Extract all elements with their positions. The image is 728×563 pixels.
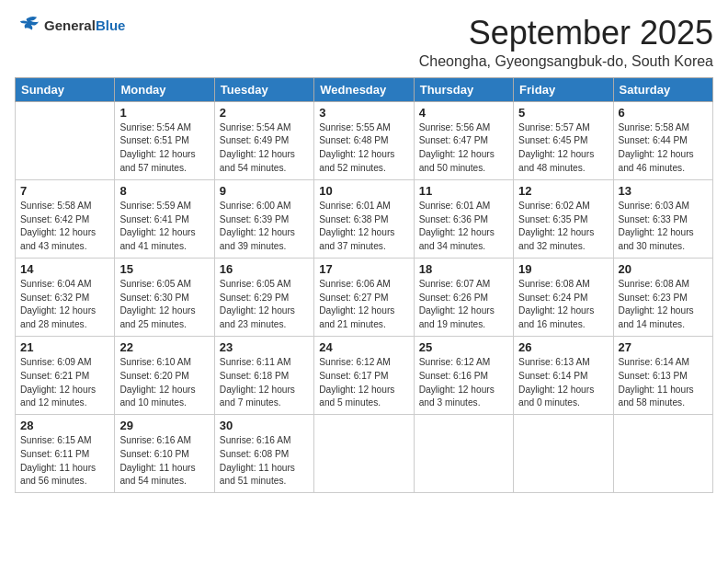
day-number: 8 [119, 184, 209, 198]
day-info: Sunrise: 6:02 AM Sunset: 6:35 PM Dayligh… [518, 200, 608, 254]
calendar-cell: 12Sunrise: 6:02 AM Sunset: 6:35 PM Dayli… [514, 179, 613, 258]
day-number: 4 [419, 106, 508, 120]
day-info: Sunrise: 5:54 AM Sunset: 6:49 PM Dayligh… [220, 121, 309, 176]
calendar-cell: 28Sunrise: 6:15 AM Sunset: 6:11 PM Dayli… [16, 415, 115, 493]
calendar-cell: 30Sunrise: 6:16 AM Sunset: 6:08 PM Dayli… [214, 415, 313, 493]
col-header-saturday: Saturday [613, 77, 712, 101]
day-info: Sunrise: 5:57 AM Sunset: 6:45 PM Dayligh… [518, 121, 608, 176]
calendar-cell: 14Sunrise: 6:04 AM Sunset: 6:32 PM Dayli… [16, 258, 115, 336]
calendar-cell: 5Sunrise: 5:57 AM Sunset: 6:45 PM Daylig… [514, 101, 613, 179]
day-number: 18 [419, 262, 508, 276]
calendar-cell: 9Sunrise: 6:00 AM Sunset: 6:39 PM Daylig… [214, 179, 313, 258]
month-title: September 2025 [419, 15, 713, 52]
calendar-cell: 25Sunrise: 6:12 AM Sunset: 6:16 PM Dayli… [414, 336, 513, 414]
day-number: 14 [20, 262, 109, 276]
day-info: Sunrise: 6:16 AM Sunset: 6:08 PM Dayligh… [220, 434, 309, 488]
col-header-monday: Monday [115, 77, 214, 101]
day-info: Sunrise: 6:09 AM Sunset: 6:21 PM Dayligh… [20, 356, 109, 410]
day-info: Sunrise: 6:05 AM Sunset: 6:30 PM Dayligh… [119, 278, 209, 332]
calendar-cell: 2Sunrise: 5:54 AM Sunset: 6:49 PM Daylig… [214, 101, 313, 179]
calendar-cell: 4Sunrise: 5:56 AM Sunset: 6:47 PM Daylig… [414, 101, 513, 179]
day-number: 9 [220, 184, 309, 198]
calendar-cell [414, 415, 513, 493]
calendar-table: SundayMondayTuesdayWednesdayThursdayFrid… [15, 77, 713, 494]
calendar-header-row: SundayMondayTuesdayWednesdayThursdayFrid… [16, 77, 713, 101]
day-number: 23 [220, 340, 309, 354]
day-number: 20 [619, 262, 708, 276]
day-number: 17 [319, 262, 408, 276]
calendar-cell [613, 415, 712, 493]
day-info: Sunrise: 5:58 AM Sunset: 6:44 PM Dayligh… [619, 121, 708, 176]
calendar-cell: 1Sunrise: 5:54 AM Sunset: 6:51 PM Daylig… [115, 101, 214, 179]
day-info: Sunrise: 6:12 AM Sunset: 6:16 PM Dayligh… [419, 356, 508, 410]
day-info: Sunrise: 6:01 AM Sunset: 6:38 PM Dayligh… [319, 200, 408, 254]
page-header: GeneralBlue September 2025 Cheongha, Gye… [15, 15, 713, 70]
calendar-cell: 26Sunrise: 6:13 AM Sunset: 6:14 PM Dayli… [514, 336, 613, 414]
day-info: Sunrise: 6:04 AM Sunset: 6:32 PM Dayligh… [20, 278, 109, 332]
calendar-cell: 18Sunrise: 6:07 AM Sunset: 6:26 PM Dayli… [414, 258, 513, 336]
day-info: Sunrise: 6:12 AM Sunset: 6:17 PM Dayligh… [319, 356, 408, 410]
day-info: Sunrise: 6:08 AM Sunset: 6:24 PM Dayligh… [518, 278, 608, 332]
calendar-cell: 24Sunrise: 6:12 AM Sunset: 6:17 PM Dayli… [314, 336, 414, 414]
calendar-cell [514, 415, 613, 493]
calendar-cell: 3Sunrise: 5:55 AM Sunset: 6:48 PM Daylig… [314, 101, 414, 179]
calendar-cell: 15Sunrise: 6:05 AM Sunset: 6:30 PM Dayli… [115, 258, 214, 336]
calendar-cell: 23Sunrise: 6:11 AM Sunset: 6:18 PM Dayli… [214, 336, 313, 414]
day-number: 12 [518, 184, 608, 198]
calendar-week-row: 14Sunrise: 6:04 AM Sunset: 6:32 PM Dayli… [16, 258, 713, 336]
calendar-cell: 17Sunrise: 6:06 AM Sunset: 6:27 PM Dayli… [314, 258, 414, 336]
day-number: 28 [20, 419, 109, 432]
day-info: Sunrise: 5:56 AM Sunset: 6:47 PM Dayligh… [419, 121, 508, 176]
calendar-cell: 19Sunrise: 6:08 AM Sunset: 6:24 PM Dayli… [514, 258, 613, 336]
day-number: 6 [619, 106, 708, 120]
day-number: 7 [20, 184, 109, 198]
calendar-week-row: 1Sunrise: 5:54 AM Sunset: 6:51 PM Daylig… [16, 101, 713, 179]
calendar-cell: 13Sunrise: 6:03 AM Sunset: 6:33 PM Dayli… [613, 179, 712, 258]
day-info: Sunrise: 6:15 AM Sunset: 6:11 PM Dayligh… [20, 434, 109, 488]
logo-blue-text: Blue [96, 17, 126, 33]
logo: GeneralBlue [15, 15, 125, 37]
calendar-cell: 21Sunrise: 6:09 AM Sunset: 6:21 PM Dayli… [16, 336, 115, 414]
day-info: Sunrise: 6:11 AM Sunset: 6:18 PM Dayligh… [220, 356, 309, 410]
logo-icon [15, 15, 40, 37]
day-info: Sunrise: 6:08 AM Sunset: 6:23 PM Dayligh… [619, 278, 708, 332]
day-info: Sunrise: 6:05 AM Sunset: 6:29 PM Dayligh… [220, 278, 309, 332]
day-number: 24 [319, 340, 408, 354]
day-number: 30 [220, 419, 309, 432]
day-number: 2 [220, 106, 309, 120]
day-number: 11 [419, 184, 508, 198]
day-info: Sunrise: 6:13 AM Sunset: 6:14 PM Dayligh… [518, 356, 608, 410]
col-header-wednesday: Wednesday [314, 77, 414, 101]
day-info: Sunrise: 6:10 AM Sunset: 6:20 PM Dayligh… [119, 356, 209, 410]
calendar-week-row: 28Sunrise: 6:15 AM Sunset: 6:11 PM Dayli… [16, 415, 713, 493]
day-number: 1 [119, 106, 209, 120]
calendar-week-row: 7Sunrise: 5:58 AM Sunset: 6:42 PM Daylig… [16, 179, 713, 258]
title-block: September 2025 Cheongha, Gyeongsangbuk-d… [419, 15, 713, 70]
day-info: Sunrise: 6:03 AM Sunset: 6:33 PM Dayligh… [619, 200, 708, 254]
day-info: Sunrise: 6:14 AM Sunset: 6:13 PM Dayligh… [619, 356, 708, 410]
day-number: 22 [119, 340, 209, 354]
calendar-cell: 10Sunrise: 6:01 AM Sunset: 6:38 PM Dayli… [314, 179, 414, 258]
day-info: Sunrise: 5:54 AM Sunset: 6:51 PM Dayligh… [119, 121, 209, 176]
calendar-cell: 22Sunrise: 6:10 AM Sunset: 6:20 PM Dayli… [115, 336, 214, 414]
day-number: 16 [220, 262, 309, 276]
day-number: 21 [20, 340, 109, 354]
day-info: Sunrise: 6:07 AM Sunset: 6:26 PM Dayligh… [419, 278, 508, 332]
day-number: 5 [518, 106, 608, 120]
day-info: Sunrise: 6:16 AM Sunset: 6:10 PM Dayligh… [119, 434, 209, 488]
col-header-tuesday: Tuesday [214, 77, 313, 101]
day-number: 19 [518, 262, 608, 276]
calendar-cell: 16Sunrise: 6:05 AM Sunset: 6:29 PM Dayli… [214, 258, 313, 336]
day-number: 13 [619, 184, 708, 198]
day-info: Sunrise: 6:00 AM Sunset: 6:39 PM Dayligh… [220, 200, 309, 254]
day-number: 29 [119, 419, 209, 432]
calendar-cell: 27Sunrise: 6:14 AM Sunset: 6:13 PM Dayli… [613, 336, 712, 414]
calendar-cell: 7Sunrise: 5:58 AM Sunset: 6:42 PM Daylig… [16, 179, 115, 258]
calendar-week-row: 21Sunrise: 6:09 AM Sunset: 6:21 PM Dayli… [16, 336, 713, 414]
day-number: 26 [518, 340, 608, 354]
calendar-cell [16, 101, 115, 179]
logo-general-text: General [44, 17, 96, 33]
day-number: 25 [419, 340, 508, 354]
day-info: Sunrise: 5:55 AM Sunset: 6:48 PM Dayligh… [319, 121, 408, 176]
calendar-cell [314, 415, 414, 493]
